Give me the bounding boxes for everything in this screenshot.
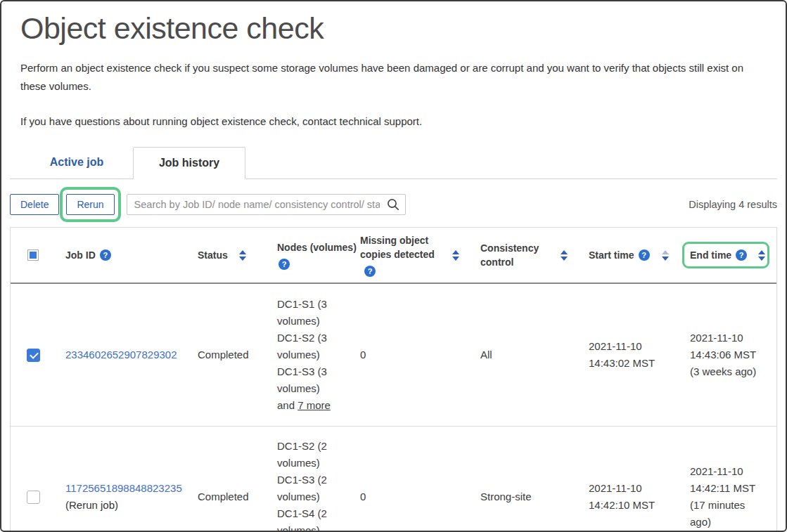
- status-header-label: Status: [198, 248, 228, 262]
- row1-job-id-link[interactable]: 2334602652907829302: [65, 349, 177, 361]
- row2-end-relative: (17 minutes ago): [690, 497, 767, 531]
- row1-start-time-cell: 2021-11-10 14:43:02 MST: [579, 284, 680, 426]
- row1-missing-cell: 0: [350, 284, 471, 426]
- row1-consistency-cell: All: [471, 284, 579, 426]
- tab-active-job-label: Active job: [50, 156, 103, 169]
- nodes-header-label: Nodes (volumes): [277, 242, 357, 253]
- start-time-sort-icon[interactable]: [660, 249, 670, 262]
- rerun-button-wrap: Rerun: [66, 194, 114, 215]
- select-all-checkbox[interactable]: [27, 249, 39, 261]
- row1-end-time-cell: 2021-11-10 14:43:06 MST (3 weeks ago): [680, 284, 776, 426]
- end-time-header-label: End time: [690, 248, 731, 262]
- missing-help-icon[interactable]: ?: [364, 266, 376, 277]
- row2-checkbox[interactable]: [27, 491, 40, 504]
- delete-button[interactable]: Delete: [10, 194, 59, 215]
- row2-node-3: DC1-S4 (2 volumes): [277, 505, 340, 532]
- row2-job-note: (Rerun job): [65, 497, 182, 514]
- row2-node-1: DC1-S2 (2 volumes): [277, 438, 340, 472]
- row1-start-date: 2021-11-10: [589, 338, 655, 355]
- nodes-help-icon[interactable]: ?: [279, 259, 290, 270]
- row1-node-1: DC1-S1 (3 volumes): [277, 296, 340, 330]
- job-id-help-icon[interactable]: ?: [100, 249, 111, 261]
- missing-header-label: Missing object copies detected: [360, 235, 435, 260]
- header-cell-status: Status: [188, 228, 267, 283]
- row2-job-id-cell: 11725651898848823235 (Rerun job): [56, 427, 188, 532]
- row2-end-clock: 14:42:11 MST: [690, 480, 767, 497]
- row1-checkbox-cell: [11, 284, 56, 426]
- row2-job-id-link[interactable]: 11725651898848823235: [65, 482, 182, 494]
- row1-job-id-cell: 2334602652907829302: [56, 284, 188, 426]
- row2-start-time-cell: 2021-11-10 14:42:10 MST: [579, 427, 680, 532]
- job-id-header-label: Job ID: [65, 248, 96, 262]
- row1-nodes-cell: DC1-S1 (3 volumes) DC1-S2 (3 volumes) DC…: [267, 284, 350, 426]
- row2-nodes-cell: DC1-S2 (2 volumes) DC1-S3 (2 volumes) DC…: [267, 427, 350, 532]
- header-cell-consistency: Consistency control: [471, 228, 579, 283]
- start-time-header-label: Start time: [589, 248, 634, 262]
- consistency-sort-icon[interactable]: [559, 249, 569, 262]
- row2-node-2: DC1-S3 (2 volumes): [277, 472, 340, 505]
- header-cell-start-time: Start time ?: [579, 228, 680, 283]
- row2-consistency: Strong-site: [480, 488, 532, 505]
- row1-status-cell: Completed: [188, 284, 267, 426]
- row2-end-time-cell: 2021-11-10 14:42:11 MST (17 minutes ago): [680, 427, 776, 532]
- row1-consistency: All: [480, 346, 492, 363]
- table-row: 11725651898848823235 (Rerun job) Complet…: [11, 426, 776, 532]
- row1-more-nodes-link[interactable]: 7 more: [297, 399, 331, 411]
- missing-header-block: Missing object copies detected ?: [360, 233, 442, 277]
- header-cell-nodes: Nodes (volumes) ?: [267, 228, 350, 283]
- header-cell-missing: Missing object copies detected ?: [350, 228, 471, 283]
- row2-status: Completed: [198, 488, 249, 505]
- row1-node-3: DC1-S3 (3 volumes): [277, 363, 340, 397]
- rerun-button[interactable]: Rerun: [66, 194, 114, 215]
- header-cell-select-all: [11, 228, 56, 283]
- tab-active-job[interactable]: Active job: [20, 146, 133, 179]
- header-cell-job-id: Job ID ?: [56, 228, 188, 283]
- tab-job-history[interactable]: Job history: [133, 147, 245, 179]
- row1-start-clock: 14:43:02 MST: [589, 355, 655, 372]
- row1-end-clock: 14:43:06 MST: [690, 346, 756, 363]
- support-paragraph: If you have questions about running obje…: [20, 112, 757, 131]
- search-icon[interactable]: [386, 197, 400, 212]
- job-history-table: Job ID ? Status Nodes (volumes) ? Missin…: [10, 227, 777, 532]
- row2-missing-count: 0: [360, 488, 366, 505]
- intro-paragraph: Perform an object existence check if you…: [20, 59, 757, 96]
- tab-job-history-label: Job history: [159, 157, 219, 169]
- row2-start-date: 2021-11-10: [589, 480, 655, 497]
- nodes-header-block: Nodes (volumes) ?: [277, 240, 357, 270]
- table-header-row: Job ID ? Status Nodes (volumes) ? Missin…: [11, 228, 776, 284]
- row2-missing-cell: 0: [350, 427, 471, 532]
- end-time-header-block: End time ?: [690, 248, 767, 262]
- row2-consistency-cell: Strong-site: [471, 427, 579, 532]
- row1-end-date: 2021-11-10: [690, 330, 756, 346]
- consistency-header-label: Consistency control: [480, 241, 545, 269]
- row2-start-clock: 14:42:10 MST: [589, 497, 655, 514]
- row2-end-date: 2021-11-10: [690, 463, 767, 480]
- header-cell-end-time: End time ?: [680, 228, 776, 283]
- page: Object existence check Perform an object…: [0, 0, 787, 532]
- row1-end-relative: (3 weeks ago): [690, 363, 756, 380]
- row1-node-2: DC1-S2 (3 volumes): [277, 330, 340, 363]
- tab-bar: Active job Job history: [10, 146, 777, 179]
- row2-checkbox-cell: [11, 427, 56, 532]
- row1-status: Completed: [198, 346, 249, 363]
- page-title: Object existence check: [20, 10, 764, 46]
- status-sort-icon[interactable]: [238, 249, 248, 262]
- end-time-help-icon[interactable]: ?: [736, 249, 747, 261]
- toolbar: Delete Rerun Displaying 4 results: [10, 193, 777, 216]
- row2-status-cell: Completed: [188, 427, 267, 532]
- table-row: 2334602652907829302 Completed DC1-S1 (3 …: [11, 284, 776, 426]
- results-count: Displaying 4 results: [689, 199, 777, 210]
- row1-checkbox[interactable]: [27, 349, 40, 362]
- end-time-sort-icon[interactable]: [757, 249, 767, 262]
- search-field-wrap: [127, 194, 406, 215]
- missing-sort-icon[interactable]: [451, 249, 461, 262]
- search-input[interactable]: [127, 194, 406, 215]
- start-time-help-icon[interactable]: ?: [639, 249, 650, 261]
- row1-missing-count: 0: [360, 346, 366, 363]
- row1-more-prefix: and: [277, 399, 295, 411]
- checkbox-indeterminate-mark: [30, 252, 37, 259]
